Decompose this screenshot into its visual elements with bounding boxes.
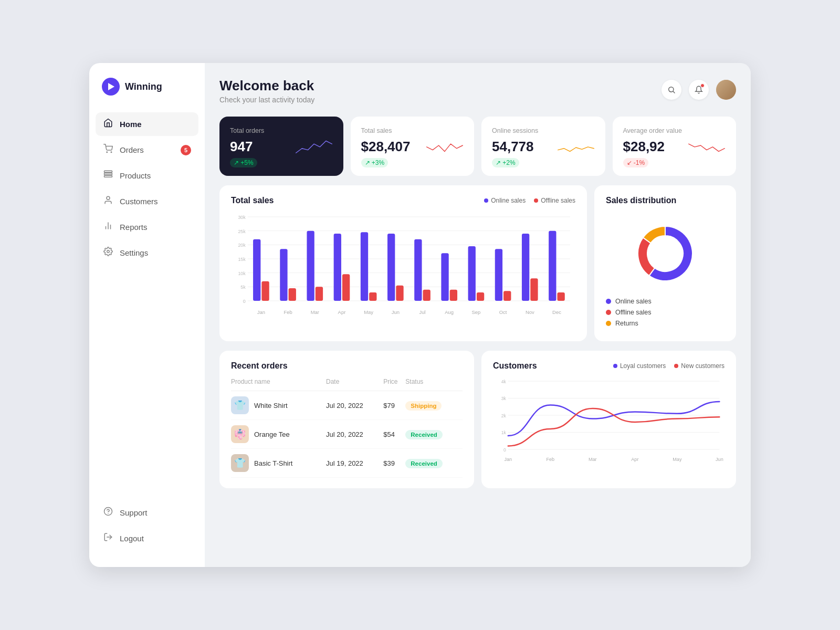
sidebar-item-home[interactable]: Home — [96, 112, 198, 136]
stat-label-total-sales: Total sales — [361, 127, 464, 134]
support-icon — [103, 507, 113, 519]
donut-dot — [606, 310, 611, 315]
svg-text:2k: 2k — [501, 413, 507, 418]
order-product: 👕 Basic T-Shirt — [231, 454, 326, 472]
svg-point-2 — [111, 152, 112, 153]
home-icon — [103, 118, 113, 130]
products-icon — [103, 170, 113, 182]
stat-label-online-sessions: Online sessions — [492, 127, 595, 134]
sidebar-item-products[interactable]: Products — [96, 164, 198, 187]
svg-text:Feb: Feb — [284, 309, 292, 315]
sidebar-item-settings[interactable]: Settings — [96, 241, 198, 265]
svg-rect-4 — [104, 173, 112, 175]
sidebar-item-reports[interactable]: Reports — [96, 215, 198, 239]
svg-text:Jan: Jan — [257, 309, 265, 315]
bottom-row: Recent orders Product nameDatePriceStatu… — [219, 351, 736, 488]
svg-text:May: May — [364, 309, 373, 315]
stat-label-total-orders: Total orders — [230, 127, 333, 134]
svg-text:4k: 4k — [501, 379, 507, 384]
nav-label-products: Products — [120, 171, 151, 180]
svg-text:20k: 20k — [238, 243, 246, 248]
stat-change-online-sessions: ↗ +2% — [492, 158, 519, 167]
recent-orders-card: Recent orders Product nameDatePriceStatu… — [219, 351, 474, 488]
product-name: Orange Tee — [254, 430, 290, 438]
stat-change-avg-order-value: ↙ -1% — [623, 158, 649, 167]
svg-point-6 — [107, 196, 110, 200]
stat-change-total-sales: ↗ +3% — [361, 158, 388, 167]
svg-rect-57 — [495, 249, 502, 301]
svg-rect-60 — [522, 234, 529, 301]
sidebar-item-logout[interactable]: Logout — [96, 527, 198, 550]
product-name: Basic T-Shirt — [254, 459, 292, 467]
svg-rect-63 — [549, 231, 556, 301]
user-avatar[interactable] — [716, 80, 736, 100]
sales-distribution-chart: Sales distribution Online salesOffline s… — [594, 185, 736, 341]
svg-text:Apr: Apr — [338, 309, 346, 315]
svg-rect-36 — [307, 231, 314, 301]
legend-item-online-sales: Online sales — [484, 197, 526, 204]
nav-label-orders: Orders — [120, 145, 144, 154]
order-date: Jul 19, 2022 — [326, 449, 383, 478]
product-thumb: 👘 — [231, 425, 249, 443]
sidebar: Winning HomeOrders5ProductsCustomersRepo… — [89, 63, 205, 567]
reports-icon — [103, 221, 113, 233]
legend-dot — [534, 198, 538, 203]
donut-dot — [606, 299, 611, 304]
page-title: Welcome back — [219, 78, 314, 94]
svg-point-1 — [107, 152, 108, 153]
customers-chart-card: Customers Loyal customersNew customers 0… — [481, 351, 736, 488]
table-row: 👕 Basic T-Shirt Jul 19, 2022 $39 Receive… — [231, 449, 463, 478]
svg-text:Aug: Aug — [445, 309, 454, 315]
svg-rect-64 — [557, 292, 564, 301]
svg-text:0: 0 — [243, 299, 246, 304]
svg-rect-3 — [104, 171, 112, 172]
donut-legend-online-sales: Online sales — [606, 298, 724, 305]
svg-rect-34 — [289, 288, 296, 301]
stat-card-avg-order-value: Average order value $28,92 ↙ -1% — [613, 117, 737, 176]
order-product: 👘 Orange Tee — [231, 425, 326, 443]
customers-title: Customers — [493, 361, 537, 371]
orders-table: Product nameDatePriceStatus 👕 White Shir… — [231, 378, 463, 478]
avatar-image — [716, 80, 736, 100]
order-price: $79 — [383, 391, 405, 420]
donut-legend-offline-sales: Offline sales — [606, 309, 724, 316]
sidebar-item-support[interactable]: Support — [96, 501, 198, 524]
col-product-name: Product name — [231, 378, 326, 391]
stat-change-total-orders: ↗ +5% — [230, 158, 257, 167]
svg-rect-46 — [396, 286, 403, 301]
svg-text:Apr: Apr — [631, 457, 638, 462]
svg-rect-33 — [280, 249, 287, 301]
svg-rect-54 — [468, 246, 476, 301]
col-date: Date — [326, 378, 383, 391]
stat-cards: Total orders 947 ↗ +5% Total sales $28,4… — [219, 117, 736, 176]
customers-chart-area: 01k2k3k4kJanFebMarAprMayJun — [493, 376, 724, 465]
logout-icon — [103, 532, 113, 544]
svg-text:Jul: Jul — [419, 309, 425, 315]
product-name: White Shirt — [254, 402, 288, 410]
donut-area: Online salesOffline salesReturns — [606, 212, 724, 331]
svg-text:10k: 10k — [238, 271, 246, 276]
svg-rect-31 — [261, 281, 269, 301]
sidebar-item-customers[interactable]: Customers — [96, 190, 198, 213]
legend-dot — [484, 198, 488, 203]
svg-text:Mar: Mar — [589, 457, 597, 462]
sidebar-item-orders[interactable]: Orders5 — [96, 138, 198, 162]
header: Welcome back Check your last activity to… — [219, 78, 736, 104]
nav-label-home: Home — [120, 120, 142, 129]
product-thumb: 👕 — [231, 454, 249, 472]
header-text: Welcome back Check your last activity to… — [219, 78, 314, 104]
chart-header: Total sales Online salesOffline sales — [231, 196, 575, 205]
search-button[interactable] — [662, 80, 681, 100]
status-badge: Shipping — [405, 401, 442, 411]
mini-chart-total-sales — [424, 135, 466, 158]
svg-rect-30 — [253, 239, 260, 301]
donut-dot — [606, 321, 611, 326]
nav-label-customers: Customers — [120, 197, 158, 206]
header-actions — [662, 80, 736, 100]
product-thumb: 👕 — [231, 396, 249, 414]
notification-button[interactable] — [689, 80, 709, 100]
chart-title: Total sales — [231, 196, 274, 205]
mini-chart-total-orders — [293, 135, 335, 158]
svg-rect-52 — [450, 290, 457, 301]
cust-legend-item: New customers — [674, 362, 724, 370]
